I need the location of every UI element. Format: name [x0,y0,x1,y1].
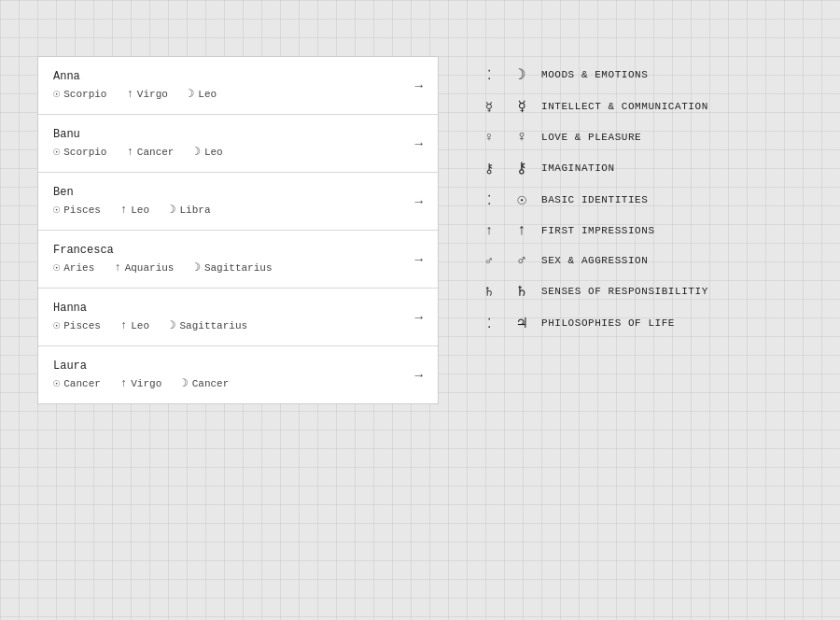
person-name: Banu [53,128,223,141]
legend-outer-symbol: ♄ [476,284,502,300]
person-item[interactable]: Banu Scorpio Cancer Leo→ [38,115,438,173]
legend-item: ⁚☽MOODS & EMOTIONS [476,65,803,84]
legend-outer-symbol: ☿ [476,99,502,115]
moon-symbol [188,87,194,101]
rising-sign: Leo [131,204,149,216]
legend-planet-symbol: ☉ [511,190,532,209]
legend-planet-symbol: ♃ [511,314,532,332]
legend-planet-symbol: ♀ [511,129,532,146]
legend-outer-symbol: ♂ [476,253,502,268]
sun-sign: Scorpio [63,147,106,158]
moon-symbol [169,318,175,332]
navigate-arrow[interactable]: → [415,194,423,209]
legend-label: SENSES OF RESPONSIBILITIY [541,286,708,297]
sun-sign: Pisces [63,204,101,216]
rising-sign: Virgo [131,378,161,389]
legend-label: IMAGINATION [541,162,615,174]
sun-symbol [53,203,60,217]
legend-planet-symbol: ↑ [511,222,532,239]
person-item[interactable]: Anna Scorpio Virgo Leo→ [38,57,438,115]
legend-outer-symbol: ⁚ [476,316,502,331]
navigate-arrow[interactable]: → [415,136,423,151]
moon-symbol [169,203,175,217]
sun-symbol [53,87,60,101]
legend-outer-symbol: ⁚ [476,67,502,83]
person-signs: Scorpio Virgo Leo [53,87,217,101]
legend-outer-symbol: ↑ [476,223,502,238]
asc-symbol [114,261,120,275]
legend-item: ☿☿INTELLECT & COMMUNICATION [476,97,803,116]
legend-item: ♄♄SENSES OF RESPONSIBILITIY [476,282,803,301]
asc-symbol [120,377,127,390]
sun-symbol [53,376,60,390]
sun-symbol [53,261,60,275]
sun-symbol [53,145,60,159]
navigate-arrow[interactable]: → [415,252,423,267]
legend-label: FIRST IMPRESSIONS [541,225,655,236]
person-item[interactable]: Laura Cancer Virgo Cancer→ [38,346,438,403]
main-container: Anna Scorpio Virgo Leo→Banu Scorpio Canc… [0,0,840,460]
legend-label: BASIC IDENTITIES [541,194,648,205]
legend-item: ♀♀LOVE & PLEASURE [476,129,803,146]
person-name: Francesca [53,244,273,257]
rising-sign: Aquarius [125,262,175,274]
person-info: Anna Scorpio Virgo Leo [53,70,217,101]
person-item[interactable]: Hanna Pisces Leo Sagittarius→ [38,289,438,346]
legend-item: ♂♂SEX & AGGRESSION [476,252,803,269]
rising-sign: Cancer [137,147,175,158]
legend-label: INTELLECT & COMMUNICATION [541,101,708,112]
rising-sign: Leo [131,320,149,331]
person-info: Francesca Aries Aquarius Sagittarius [53,244,273,275]
asc-symbol [120,319,127,332]
legend-planet-symbol: ♂ [511,252,532,269]
legend-panel: ⁚☽MOODS & EMOTIONS☿☿INTELLECT & COMMUNIC… [476,56,803,404]
moon-sign: Leo [204,147,223,158]
asc-symbol [127,146,133,159]
legend-item: ⁚♃PHILOSOPHIES OF LIFE [476,314,803,332]
person-signs: Pisces Leo Sagittarius [53,318,247,332]
person-info: Hanna Pisces Leo Sagittarius [53,302,247,332]
moon-sign: Libra [180,204,211,216]
legend-label: SEX & AGGRESSION [541,255,648,266]
rising-sign: Virgo [137,89,168,100]
legend-label: PHILOSOPHIES OF LIFE [541,317,675,329]
legend-label: LOVE & PLEASURE [541,132,641,143]
person-info: Banu Scorpio Cancer Leo [53,128,223,159]
person-name: Ben [53,186,211,199]
person-signs: Cancer Virgo Cancer [53,376,229,390]
legend-outer-symbol: ⚷ [476,161,502,176]
person-item[interactable]: Francesca Aries Aquarius Sagittarius→ [38,231,438,289]
person-item[interactable]: Ben Pisces Leo Libra→ [38,173,438,231]
legend-label: MOODS & EMOTIONS [541,69,648,80]
sun-sign: Pisces [63,320,101,331]
moon-symbol [194,261,201,275]
legend-planet-symbol: ☽ [511,65,532,84]
person-signs: Aries Aquarius Sagittarius [53,261,273,275]
moon-symbol [194,145,201,159]
asc-symbol [120,204,127,217]
person-name: Anna [53,70,217,83]
legend-planet-symbol: ☿ [511,97,532,116]
person-name: Laura [53,359,229,373]
moon-sign: Cancer [192,378,230,389]
moon-sign: Sagittarius [204,262,273,274]
person-info: Ben Pisces Leo Libra [53,186,211,217]
sun-sign: Scorpio [63,89,106,100]
legend-planet-symbol: ⚷ [511,159,532,177]
legend-outer-symbol: ♀ [476,130,502,145]
sun-sign: Aries [63,262,94,274]
person-info: Laura Cancer Virgo Cancer [53,359,229,390]
navigate-arrow[interactable]: → [415,368,423,383]
legend-outer-symbol: ⁚ [476,192,502,208]
navigate-arrow[interactable]: → [415,78,423,93]
person-list-panel: Anna Scorpio Virgo Leo→Banu Scorpio Canc… [37,56,439,404]
moon-sign: Sagittarius [180,320,248,331]
person-signs: Scorpio Cancer Leo [53,145,223,159]
legend-item: ↑↑FIRST IMPRESSIONS [476,222,803,239]
legend-planet-symbol: ♄ [511,282,532,301]
navigate-arrow[interactable]: → [415,310,423,325]
moon-symbol [181,376,188,390]
legend-item: ⁚☉BASIC IDENTITIES [476,190,803,209]
person-signs: Pisces Leo Libra [53,203,211,217]
sun-symbol [53,318,60,332]
